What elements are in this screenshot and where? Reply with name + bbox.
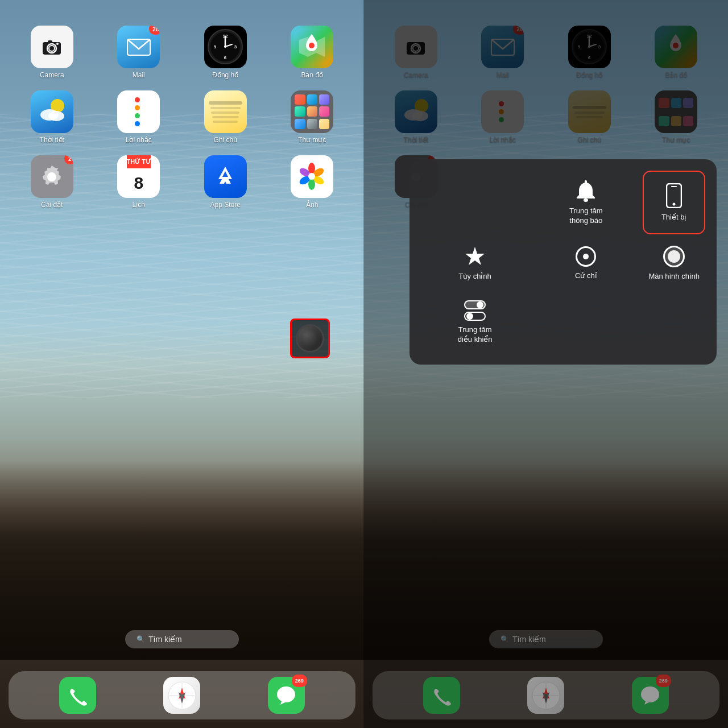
search-bar[interactable]: 🔍 Tìm kiếm bbox=[125, 630, 239, 648]
app-appstore[interactable]: App Store bbox=[185, 155, 266, 209]
messages-badge: 269 bbox=[292, 675, 307, 687]
appstore-label: App Store bbox=[210, 201, 241, 209]
right-panel: Camera 28 Mail 12369 Đồng hồ Bản đồ T bbox=[364, 0, 728, 728]
svg-point-59 bbox=[673, 203, 676, 206]
app-mail[interactable]: 28 Mail bbox=[98, 26, 180, 79]
app-maps[interactable]: Bản đồ bbox=[272, 26, 353, 79]
clock-icon: 12369 bbox=[204, 26, 247, 68]
calendar-icon: THỨ TƯ 8 bbox=[117, 155, 160, 198]
search-icon: 🔍 bbox=[136, 635, 145, 643]
weather-icon bbox=[31, 90, 73, 133]
folder-icon bbox=[291, 90, 333, 133]
app-reminders[interactable]: Lời nhắc bbox=[98, 90, 180, 144]
svg-point-16 bbox=[224, 46, 226, 48]
menu-notification-center[interactable]: Trung tâmthông báo bbox=[532, 171, 640, 234]
safari-icon bbox=[163, 677, 200, 714]
gesture-icon bbox=[576, 246, 596, 267]
control-center-label: Trung tâmđiều khiển bbox=[458, 325, 493, 345]
assistive-touch-button[interactable] bbox=[290, 318, 330, 358]
context-menu: Trung tâmthông báo Thiết bị Tùy chỉnh bbox=[410, 159, 717, 365]
weather-label: Thời tiết bbox=[40, 136, 64, 144]
app-grid: Camera 28 Mail 12369 Đồng hồ Bản đồ bbox=[0, 17, 364, 217]
folder-label: Thư mục bbox=[298, 136, 326, 144]
maps-icon bbox=[291, 26, 333, 68]
dock: 269 bbox=[9, 671, 355, 719]
notification-center-label: Trung tâmthông báo bbox=[569, 206, 603, 226]
control-center-icon bbox=[464, 300, 486, 321]
photos-icon bbox=[291, 155, 333, 198]
calendar-label: Lịch bbox=[133, 201, 145, 209]
app-camera[interactable]: Camera bbox=[11, 26, 93, 79]
reminders-label: Lời nhắc bbox=[126, 136, 152, 144]
app-photos[interactable]: Ảnh bbox=[272, 155, 353, 209]
menu-gesture[interactable]: Cử chỉ bbox=[532, 237, 640, 289]
phone-icon bbox=[59, 677, 96, 714]
notes-label: Ghi chú bbox=[214, 136, 237, 144]
mail-badge: 28 bbox=[149, 26, 160, 35]
dock-phone[interactable] bbox=[59, 677, 96, 714]
gesture-label: Cử chỉ bbox=[575, 271, 597, 280]
svg-point-57 bbox=[584, 198, 588, 202]
customize-label: Tùy chỉnh bbox=[458, 272, 491, 280]
svg-point-4 bbox=[56, 43, 59, 45]
svg-point-30 bbox=[308, 173, 315, 180]
svg-rect-5 bbox=[48, 40, 52, 43]
mail-icon-wrapper: 28 bbox=[117, 26, 160, 68]
settings-badge: 2 bbox=[64, 155, 73, 164]
svg-marker-61 bbox=[465, 247, 485, 265]
app-settings[interactable]: 2 Cài đặt bbox=[11, 155, 93, 209]
search-text: Tìm kiếm bbox=[148, 635, 182, 644]
dock-safari[interactable] bbox=[163, 677, 200, 714]
svg-text:9: 9 bbox=[214, 44, 217, 49]
app-clock[interactable]: 12369 Đồng hồ bbox=[185, 26, 266, 79]
app-notes[interactable]: Ghi chú bbox=[185, 90, 266, 144]
screen-label: Màn hình chính bbox=[648, 272, 700, 280]
svg-text:3: 3 bbox=[234, 44, 237, 49]
photos-label: Ảnh bbox=[306, 201, 318, 209]
clock-label: Đồng hồ bbox=[212, 71, 238, 79]
appstore-icon bbox=[204, 155, 247, 198]
menu-control-center[interactable]: Trung tâmđiều khiển bbox=[421, 292, 529, 353]
menu-customize[interactable]: Tùy chỉnh bbox=[421, 237, 529, 289]
app-calendar[interactable]: THỨ TƯ 8 Lịch bbox=[98, 155, 180, 209]
settings-label: Cài đặt bbox=[41, 201, 63, 209]
camera-label: Camera bbox=[40, 71, 64, 79]
left-panel: Camera 28 Mail 12369 Đồng hồ Bản đồ bbox=[0, 0, 364, 728]
mail-label: Mail bbox=[133, 71, 145, 79]
maps-label: Bản đồ bbox=[301, 71, 323, 79]
assistive-touch-inner bbox=[296, 324, 324, 353]
camera-icon bbox=[31, 26, 73, 68]
menu-screen[interactable]: Màn hình chính bbox=[643, 237, 705, 289]
screen-icon bbox=[663, 246, 685, 267]
calendar-header: THỨ TƯ bbox=[127, 155, 151, 168]
device-label: Thiết bị bbox=[661, 213, 687, 221]
app-weather[interactable]: Thời tiết bbox=[11, 90, 93, 144]
svg-point-23 bbox=[48, 173, 55, 180]
settings-icon: 2 bbox=[31, 155, 73, 198]
calendar-date: 8 bbox=[134, 168, 143, 198]
menu-device[interactable]: Thiết bị bbox=[643, 171, 705, 234]
svg-point-18 bbox=[309, 43, 315, 48]
dock-messages[interactable]: 269 bbox=[268, 677, 305, 714]
app-folder[interactable]: Thư mục bbox=[272, 90, 353, 144]
notes-icon bbox=[204, 90, 247, 133]
svg-point-22 bbox=[48, 111, 64, 121]
svg-text:6: 6 bbox=[224, 55, 227, 60]
reminders-icon bbox=[117, 90, 160, 133]
